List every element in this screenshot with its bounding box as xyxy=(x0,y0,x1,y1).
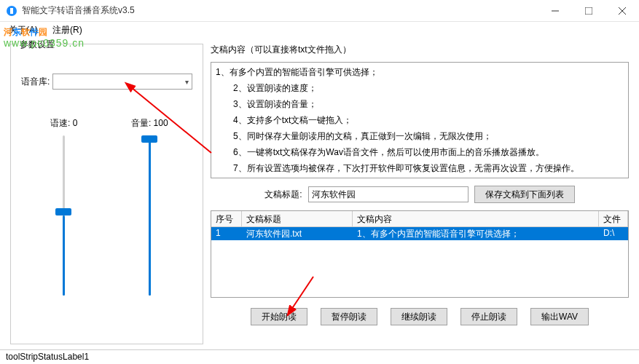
params-panel: 参数设置 语音库: ▾ 语速: 0 音量: 100 xyxy=(10,44,203,344)
speed-thumb[interactable] xyxy=(55,208,71,215)
chevron-down-icon: ▾ xyxy=(185,78,189,86)
menu-register[interactable]: 注册(R) xyxy=(50,23,85,38)
start-read-button[interactable]: 开始朗读 xyxy=(251,308,307,325)
continue-read-button[interactable]: 继续朗读 xyxy=(391,308,447,325)
params-title: 参数设置 xyxy=(17,39,58,51)
speed-label: 语速: xyxy=(50,118,70,128)
maximize-button[interactable] xyxy=(572,0,605,22)
volume-value: 100 xyxy=(154,118,168,128)
minimize-button[interactable] xyxy=(538,0,572,22)
app-icon xyxy=(6,5,17,17)
voice-label: 语音库: xyxy=(21,76,50,88)
save-to-list-button[interactable]: 保存文稿到下面列表 xyxy=(474,186,575,203)
table-row[interactable]: 1 河东软件园.txt 1、有多个内置的智能语音引擎可供选择； D:\ xyxy=(211,227,628,240)
th-title[interactable]: 文稿标题 xyxy=(242,211,353,226)
titlebar: 智能文字转语音播音系统v3.5 xyxy=(0,0,639,22)
th-content[interactable]: 文稿内容 xyxy=(353,211,599,226)
manuscript-table[interactable]: 序号 文稿标题 文稿内容 文件 1 河东软件园.txt 1、有多个内置的智能语音… xyxy=(211,210,629,298)
menu-about[interactable]: 关于(A) xyxy=(6,23,41,38)
content-textarea[interactable]: 1、有多个内置的智能语音引擎可供选择； 2、设置朗读的速度； 3、设置朗读的音量… xyxy=(211,62,629,178)
svg-rect-1 xyxy=(10,8,13,14)
th-path[interactable]: 文件 xyxy=(599,211,628,226)
speed-slider[interactable] xyxy=(63,135,65,296)
status-label: toolStripStatusLabel1 xyxy=(6,352,89,362)
volume-thumb[interactable] xyxy=(141,135,157,143)
table-header: 序号 文稿标题 文稿内容 文件 xyxy=(211,211,628,227)
menubar: 关于(A) 注册(R) xyxy=(0,22,639,38)
volume-slider[interactable] xyxy=(149,135,151,296)
svg-rect-3 xyxy=(585,7,592,15)
statusbar: toolStripStatusLabel1 xyxy=(0,349,639,364)
title-input[interactable] xyxy=(308,186,469,202)
export-wav-button[interactable]: 输出WAV xyxy=(530,308,589,325)
close-button[interactable] xyxy=(605,0,639,22)
stop-read-button[interactable]: 停止朗读 xyxy=(460,308,517,325)
speed-value: 0 xyxy=(73,118,78,128)
volume-label: 音量: xyxy=(131,118,151,128)
voice-combobox[interactable]: ▾ xyxy=(52,74,192,90)
right-panel: 文稿内容（可以直接将txt文件拖入） 1、有多个内置的智能语音引擎可供选择； 2… xyxy=(211,44,629,344)
content-label: 文稿内容（可以直接将txt文件拖入） xyxy=(211,44,629,56)
pause-read-button[interactable]: 暂停朗读 xyxy=(321,308,377,325)
title-label: 文稿标题: xyxy=(264,189,302,201)
th-no[interactable]: 序号 xyxy=(211,211,242,226)
window-title: 智能文字转语音播音系统v3.5 xyxy=(22,4,538,17)
